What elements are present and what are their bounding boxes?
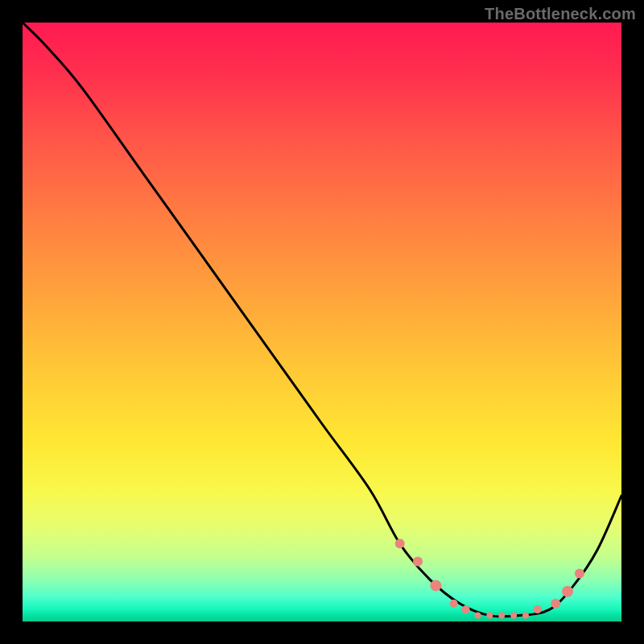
watermark-text: TheBottleneck.com bbox=[485, 5, 636, 23]
marker-point bbox=[430, 580, 441, 591]
bottleneck-curve bbox=[23, 23, 621, 617]
marker-point bbox=[510, 613, 517, 619]
marker-point bbox=[551, 599, 560, 609]
marker-point bbox=[413, 557, 423, 567]
marker-point bbox=[575, 569, 584, 579]
highlighted-points bbox=[395, 539, 584, 618]
marker-point bbox=[498, 613, 505, 619]
marker-point bbox=[474, 613, 481, 619]
marker-point bbox=[462, 605, 470, 613]
marker-point bbox=[395, 539, 405, 548]
plot-area bbox=[23, 23, 621, 621]
marker-point bbox=[522, 613, 529, 619]
marker-point bbox=[486, 613, 493, 619]
marker-point bbox=[562, 586, 573, 597]
marker-point bbox=[534, 605, 542, 613]
chart-frame: TheBottleneck.com bbox=[0, 0, 644, 644]
marker-point bbox=[450, 600, 458, 608]
curve-svg bbox=[23, 23, 621, 621]
